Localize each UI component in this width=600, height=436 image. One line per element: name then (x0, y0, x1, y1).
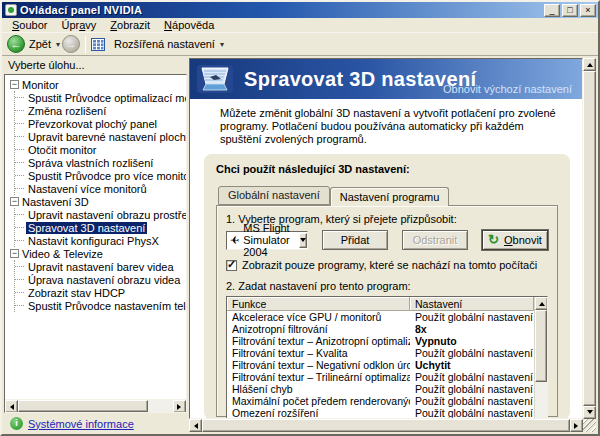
tree-collapse-icon[interactable]: − (10, 80, 19, 89)
table-row[interactable]: Filtrování textur – Negativní odklon úro… (227, 359, 547, 371)
settings-table-body: Akcelerace více GPU / monitorůPoužít glo… (227, 311, 547, 419)
nvidia-control-panel-window: Ovládací panel NVIDIA _ □ × SouborÚpravy… (0, 0, 600, 436)
tree-item[interactable]: Spravovat 3D nastavení (15, 221, 186, 234)
main-horizontal-scrollbar[interactable] (189, 419, 583, 432)
toolbar-separator (85, 36, 86, 53)
scroll-right-icon[interactable] (173, 400, 186, 413)
system-info-row: i Systémové informace (4, 413, 187, 432)
tree-group-label: Nastavení 3D (22, 196, 89, 208)
main-panel: Spravovat 3D nastavení Obnovit výchozí n… (188, 56, 598, 434)
table-row[interactable]: Hlášení chybPoužít globální nastavení (V… (227, 383, 547, 395)
tree-item[interactable]: Nastavení více monitorů (15, 182, 186, 195)
page-title: Spravovat 3D nastavení (244, 68, 476, 91)
scrollbar-thumb[interactable] (18, 400, 148, 412)
tree-item[interactable]: Úprava nastavení obrazu videa (15, 273, 186, 286)
main-content: Spravovat 3D nastavení Obnovit výchozí n… (189, 58, 583, 419)
table-row[interactable]: Filtrování textur – KvalitaPoužít globál… (227, 347, 547, 359)
tab-program-settings[interactable]: Nastavení programu (330, 187, 450, 206)
scroll-left-icon[interactable] (189, 419, 202, 432)
program-select-row: ✈ MS Flight Simulator 2004 Přidat Odstra… (226, 230, 548, 250)
show-programs-checkbox[interactable] (226, 260, 237, 271)
show-programs-label: Zobrazit pouze programy, které se nacház… (242, 259, 537, 271)
view-mode-dropdown-icon[interactable]: ▾ (220, 40, 224, 49)
tree-group[interactable]: −Monitor (8, 78, 186, 91)
nvidia-app-icon (5, 4, 17, 16)
restore-defaults-link[interactable]: Obnovit výchozí nastavení (443, 83, 572, 95)
maximize-button[interactable]: □ (562, 4, 578, 17)
tree-item[interactable]: Spustit Průvodce optimalizací monitoru (15, 91, 186, 104)
settings-section: Chci použít následující 3D nastavení: Gl… (204, 154, 570, 419)
main-vertical-scrollbar[interactable] (583, 58, 596, 419)
sidebar-horizontal-scrollbar[interactable] (5, 399, 186, 412)
table-row[interactable]: Anizotropní filtrování8x (227, 323, 547, 335)
add-button[interactable]: Přidat (322, 230, 388, 250)
back-button-label[interactable]: Zpět (29, 38, 51, 50)
step2-label: 2. Zadat nastavení pro tento program: (226, 280, 548, 292)
tree-item[interactable]: Otočit monitor (15, 143, 186, 156)
scrollbar-thumb[interactable] (202, 419, 570, 432)
tree-item[interactable]: Upravit barevné nastavení plochy (15, 130, 186, 143)
system-info-icon[interactable]: i (10, 417, 23, 430)
task-tree: −MonitorSpustit Průvodce optimalizací mo… (8, 78, 186, 312)
scroll-left-icon[interactable] (5, 400, 18, 413)
tree-item[interactable]: Zobrazit stav HDCP (15, 286, 186, 299)
tree-group-label: Monitor (22, 79, 59, 91)
table-row[interactable]: Omezení rozšířeníPoužít globální nastave… (227, 407, 547, 419)
program-select[interactable]: ✈ MS Flight Simulator 2004 (226, 231, 308, 250)
tree-collapse-icon[interactable]: − (10, 249, 19, 258)
table-row[interactable]: Filtrování textur – Anizotropní optimali… (227, 335, 547, 347)
tree-item[interactable]: Upravit nastavení barev videa (15, 260, 186, 273)
minimize-button[interactable]: _ (544, 4, 560, 17)
tab-global-settings[interactable]: Globální nastavení (218, 186, 330, 205)
tree-item[interactable]: Změna rozlišení (15, 104, 186, 117)
scroll-up-icon[interactable] (583, 58, 596, 71)
combo-dropdown-icon[interactable] (299, 233, 307, 248)
resize-grip[interactable] (583, 419, 596, 432)
window-title: Ovládací panel NVIDIA (20, 4, 542, 16)
tree-item[interactable]: Spustit Průvodce nastavením televizoru (15, 299, 186, 312)
scrollbar-thumb[interactable] (535, 310, 547, 382)
menu-view[interactable]: Zobrazit (103, 19, 157, 31)
tree-item[interactable]: Správa vlastních rozlišení (15, 156, 186, 169)
table-row[interactable]: Akcelerace více GPU / monitorůPoužít glo… (227, 311, 547, 323)
tree-item[interactable]: Převzorkovat plochý panel (15, 117, 186, 130)
system-info-link[interactable]: Systémové informace (28, 418, 134, 430)
menu-help[interactable]: Nápověda (157, 19, 221, 31)
menu-edit[interactable]: Úpravy (54, 19, 103, 31)
scroll-down-icon[interactable] (583, 406, 596, 419)
tree-group[interactable]: −Video & Televize (8, 247, 186, 260)
view-mode-icon[interactable] (91, 38, 105, 51)
airplane-icon: ✈ (230, 234, 239, 247)
back-button[interactable]: ← (7, 35, 25, 53)
refresh-icon: ↻ (488, 235, 499, 245)
tree-collapse-icon[interactable]: − (10, 197, 19, 206)
column-header-setting[interactable]: Nastavení (410, 297, 534, 311)
scroll-up-icon[interactable] (535, 297, 548, 310)
tree-item[interactable]: Spustit Průvodce pro více monitorů (15, 169, 186, 182)
remove-button[interactable]: Odstranit (402, 230, 468, 250)
table-vertical-scrollbar[interactable] (534, 297, 547, 419)
page-banner: Spravovat 3D nastavení Obnovit výchozí n… (190, 59, 582, 99)
scroll-right-icon[interactable] (570, 419, 583, 432)
show-programs-row: Zobrazit pouze programy, které se nacház… (226, 259, 548, 271)
forward-button[interactable]: → (62, 35, 80, 53)
program-select-value: MS Flight Simulator 2004 (243, 222, 298, 258)
table-row[interactable]: Maximální počet předem renderovaných s..… (227, 395, 547, 407)
restore-button[interactable]: ↻Obnovit (482, 230, 548, 250)
close-button[interactable]: × (580, 4, 596, 17)
back-dropdown-icon[interactable]: ▾ (56, 40, 60, 49)
sidebar: Vyberte úlohu... −MonitorSpustit Průvodc… (2, 56, 188, 434)
table-row[interactable]: Filtrování textur – Trilineární optimali… (227, 371, 547, 383)
toolbar: ← Zpět ▾ → Rozšířená nastavení ▾ (2, 33, 598, 56)
tree-group-label: Video & Televize (22, 248, 103, 260)
column-header-feature[interactable]: Funkce (227, 297, 410, 311)
view-mode-label[interactable]: Rozšířená nastavení (114, 38, 215, 50)
tree-group[interactable]: −Nastavení 3D (8, 195, 186, 208)
menu-file[interactable]: Soubor (5, 19, 54, 31)
tree-item[interactable]: Upravit nastavení obrazu prostřednictvím… (15, 208, 186, 221)
banner-3d-icon (196, 64, 234, 94)
tree-item[interactable]: Nastavit konfiguraci PhysX (15, 234, 186, 247)
task-tree-panel: −MonitorSpustit Průvodce optimalizací mo… (4, 74, 187, 413)
scrollbar-thumb[interactable] (583, 71, 596, 406)
tab-strip: Globální nastavení Nastavení programu (216, 186, 558, 205)
